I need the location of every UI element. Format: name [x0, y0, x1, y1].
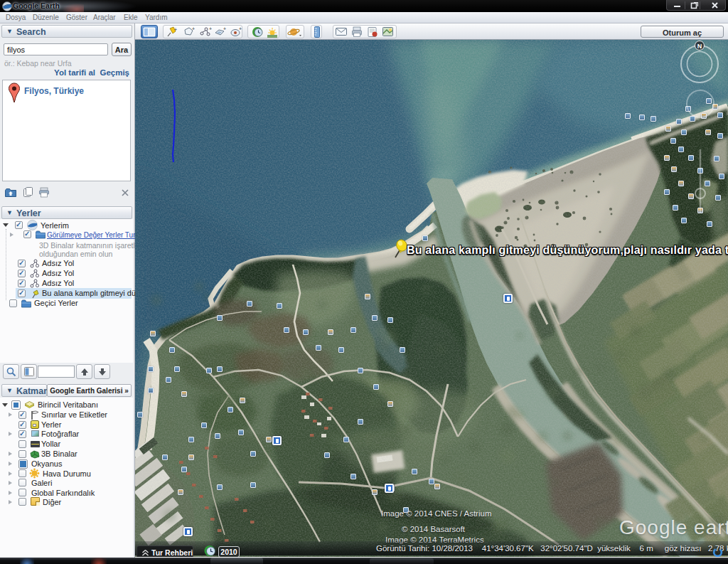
svg-text:+: + [223, 26, 226, 31]
svg-text:+: + [209, 26, 212, 31]
svg-text:N: N [697, 43, 702, 50]
svg-text:+: + [239, 26, 242, 31]
svg-text:+: + [174, 27, 177, 32]
svg-text:+: + [192, 26, 195, 31]
